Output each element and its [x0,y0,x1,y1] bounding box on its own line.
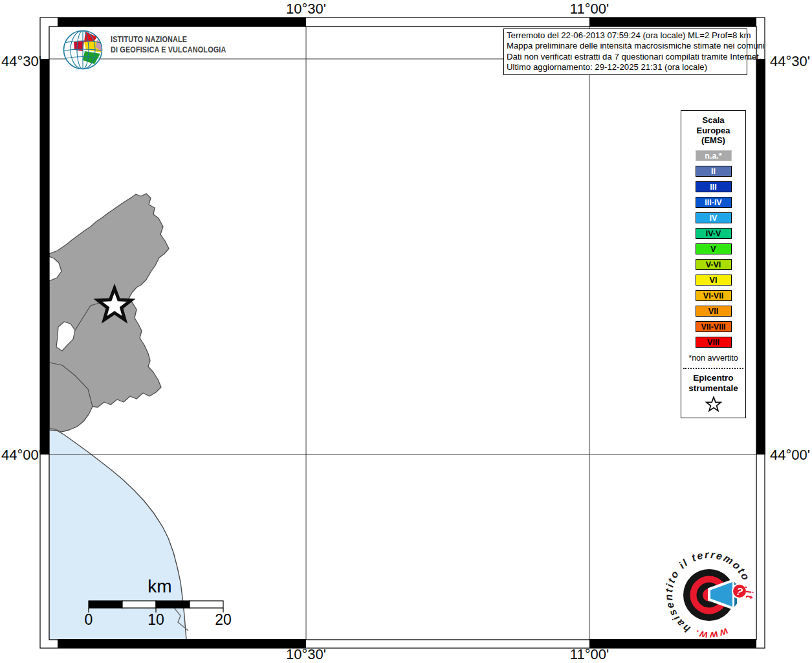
axis-label-bottom-left: 10°30' [267,646,345,663]
legend-item-v: V [696,243,732,254]
epicenter-star-icon [705,396,722,413]
info-line-updated: Ultimo aggiornamento: 29-12-2025 21:31 (… [507,62,744,73]
axis-label-bottom-right: 11°00' [551,646,628,663]
epicenter-label-line1: Epicentro [681,373,745,384]
legend-title-line2: Europea [681,126,745,136]
legend-items: n.a.*IIIIIIII-IVIVIV-VVV-VIVIVI-VIIVIIVI… [681,150,745,348]
url-tld: .it [743,585,756,600]
legend-item-iii-iv: III-IV [696,197,732,208]
axis-label-left-bottom: 44°00' [0,447,41,464]
scale-tick-0: 0 [69,611,108,629]
axis-label-left-top: 44°30' [0,53,41,70]
ems-legend: Scala Europea (EMS) n.a.*IIIIIIII-IVIVIV… [681,110,746,418]
axis-label-top-left: 10°30' [267,1,345,17]
epicenter-label-line2: strumentale [681,383,745,394]
legend-divider [683,368,743,369]
legend-item-iv-v: IV-V [696,228,732,239]
legend-item-vi-vii: VI-VII [696,290,732,301]
legend-item-vi: VI [696,275,732,286]
legend-item-iii: III [696,181,732,192]
axis-label-top-right: 11°00' [551,1,628,17]
ingv-name-line2: DI GEOFISICA E VULCANOLOGIA [111,45,226,54]
macroseismic-map-page: { "axis": { "top_left": "10°30'", "top_r… [0,0,812,663]
scale-unit-label: km [134,576,186,597]
legend-item-vii: VII [696,306,732,317]
legend-title-line1: Scala [681,115,745,126]
legend-footnote: *non avvertito [681,354,745,363]
info-line-map: Mappa preliminare delle intensità macros… [507,41,744,51]
axis-label-right-bottom: 44°00' [770,447,811,464]
axis-label-right-top: 44°30' [770,53,811,70]
info-line-event: Terremoto del 22-06-2013 07:59:24 (ora l… [507,30,744,41]
info-line-data: Dati non verificati estratti da 7 questi… [507,52,744,62]
scale-tick-20: 20 [204,611,243,629]
legend-title-line3: (EMS) [681,135,745,146]
legend-item-vii-viii: VII-VIII [696,321,732,332]
legend-item-iv: IV [696,212,732,223]
ingv-globe-icon [64,31,104,69]
ingv-name-line1: ISTITUTO NAZIONALE [111,35,187,44]
event-info-box: Terremoto del 22-06-2013 07:59:24 (ora l… [503,28,747,75]
scale-tick-10: 10 [137,611,175,629]
legend-item-v-vi: V-VI [696,259,732,270]
legend-item-ii: II [696,166,732,177]
legend-item-viii: VIII [696,337,732,348]
legend-item-n-a-: n.a.* [696,150,732,161]
